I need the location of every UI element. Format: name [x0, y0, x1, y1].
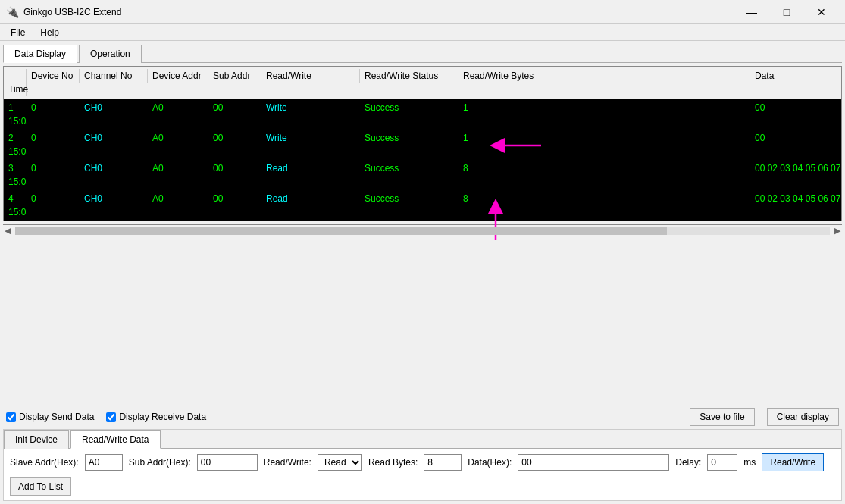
bottom-bar: Display Send Data Display Receive Data S…: [3, 405, 842, 429]
col-channel-no: Channel No: [80, 69, 148, 83]
cell-status-3: Success: [360, 161, 458, 175]
display-receive-checkbox[interactable]: [106, 412, 116, 422]
col-time: Time: [4, 83, 27, 96]
add-to-list-button[interactable]: Add To List: [10, 477, 71, 496]
form-content: Slave Addr(Hex): Sub Addr(Hex): Read/Wri…: [4, 449, 841, 500]
table-body: 1 0 CH0 A0 00 Write Success 1 00 15:05:4…: [4, 99, 841, 221]
cell-bytes-2: 1: [458, 131, 750, 145]
bottom-section: Init Device Read/Write Data Slave Addr(H…: [3, 429, 842, 501]
table-header: Device No Channel No Device Addr Sub Add…: [4, 67, 841, 99]
display-send-checkbox-label[interactable]: Display Send Data: [6, 412, 94, 422]
main-content: Data Display Operation Device No Channel…: [0, 41, 845, 504]
clear-display-button[interactable]: Clear display: [767, 408, 839, 426]
cell-channel-no-1: CH0: [80, 101, 148, 114]
col-num: [4, 69, 27, 83]
read-write-button[interactable]: Read/Write: [762, 453, 824, 471]
cell-device-addr-4: A0: [148, 192, 208, 205]
cell-bytes-3: 8: [458, 161, 750, 175]
col-rw-bytes: Read/Write Bytes: [458, 69, 750, 83]
close-button[interactable]: ✕: [804, 0, 839, 24]
cell-data-2: 00: [750, 131, 841, 145]
cell-time-1: 15:05:46:300: [4, 114, 27, 128]
cell-sub-addr-2: 00: [208, 131, 261, 145]
col-rw: Read/Write: [261, 69, 360, 83]
table-row: 2 0 CH0 A0 00 Write Success 1 00 15:05:4…: [4, 130, 841, 160]
data-hex-label: Data(Hex):: [468, 457, 512, 468]
cell-num-2: 2: [4, 131, 27, 145]
titlebar: 🔌 Ginkgo USB-I2C Extend — □ ✕: [0, 0, 845, 24]
cell-device-no-1: 0: [27, 101, 80, 114]
tab-operation[interactable]: Operation: [79, 45, 142, 63]
cell-time-3: 15:05:49:093: [4, 175, 27, 189]
rw-select[interactable]: Read Write: [318, 454, 362, 471]
cell-device-no-4: 0: [27, 192, 80, 205]
tab-data-display[interactable]: Data Display: [3, 45, 77, 63]
cell-num-3: 3: [4, 161, 27, 175]
cell-data-3: 00 02 03 04 05 06 07 08: [750, 161, 841, 175]
cell-num-1: 1: [4, 101, 27, 114]
delay-label: Delay:: [675, 457, 701, 468]
minimize-button[interactable]: —: [734, 0, 769, 24]
ms-label: ms: [743, 457, 756, 468]
cell-rw-3: Read: [261, 161, 360, 175]
menu-file[interactable]: File: [3, 26, 33, 39]
delay-input[interactable]: [707, 454, 737, 471]
tab-init-device[interactable]: Init Device: [4, 430, 69, 449]
menubar: File Help: [0, 24, 845, 41]
rw-label: Read/Write:: [264, 457, 311, 468]
cell-sub-addr-4: 00: [208, 192, 261, 205]
maximize-button[interactable]: □: [769, 0, 804, 24]
read-bytes-label: Read Bytes:: [368, 457, 418, 468]
cell-data-4: 00 02 03 04 05 06 07 08: [750, 192, 841, 205]
col-device-no: Device No: [27, 69, 80, 83]
cell-device-addr-3: A0: [148, 161, 208, 175]
app-icon: 🔌: [6, 6, 19, 18]
cell-channel-no-2: CH0: [80, 131, 148, 145]
main-tab-bar: Data Display Operation: [3, 44, 842, 63]
cell-channel-no-3: CH0: [80, 161, 148, 175]
menu-help[interactable]: Help: [33, 26, 67, 39]
sub-addr-input[interactable]: [197, 454, 258, 471]
cell-device-no-2: 0: [27, 131, 80, 145]
table-row: 4 0 CH0 A0 00 Read Success 8 00 02 03 04…: [4, 190, 841, 221]
cell-num-4: 4: [4, 192, 27, 205]
cell-time-2: 15:05:46:747: [4, 145, 27, 158]
cell-rw-2: Write: [261, 131, 360, 145]
cell-channel-no-4: CH0: [80, 192, 148, 205]
cell-status-1: Success: [360, 101, 458, 114]
window-title: Ginkgo USB-I2C Extend: [23, 7, 734, 17]
cell-device-addr-2: A0: [148, 131, 208, 145]
cell-device-no-3: 0: [27, 161, 80, 175]
cell-bytes-4: 8: [458, 192, 750, 205]
tab-read-write-data[interactable]: Read/Write Data: [70, 430, 160, 449]
window-controls: — □ ✕: [734, 0, 839, 24]
sub-addr-label: Sub Addr(Hex):: [129, 457, 191, 468]
cell-rw-4: Read: [261, 192, 360, 205]
slave-addr-input[interactable]: [85, 454, 123, 471]
horizontal-scrollbar[interactable]: ◀ ▶: [3, 224, 842, 236]
display-send-label: Display Send Data: [19, 412, 94, 422]
col-data: Data: [750, 69, 842, 83]
scrollbar-track[interactable]: [15, 227, 830, 235]
table-row: 3 0 CH0 A0 00 Read Success 8 00 02 03 04…: [4, 160, 841, 190]
display-receive-checkbox-label[interactable]: Display Receive Data: [106, 412, 206, 422]
table-row: 1 0 CH0 A0 00 Write Success 1 00 15:05:4…: [4, 99, 841, 130]
cell-status-4: Success: [360, 192, 458, 205]
data-hex-input[interactable]: [518, 454, 669, 471]
col-device-addr: Device Addr: [148, 69, 208, 83]
save-to-file-button[interactable]: Save to file: [690, 408, 754, 426]
bottom-tab-bar: Init Device Read/Write Data: [4, 430, 841, 449]
col-rw-status: Read/Write Status: [360, 69, 458, 83]
cell-rw-1: Write: [261, 101, 360, 114]
cell-data-1: 00: [750, 101, 841, 114]
col-sub-addr: Sub Addr: [208, 69, 261, 83]
cell-sub-addr-3: 00: [208, 161, 261, 175]
display-receive-label: Display Receive Data: [119, 412, 206, 422]
data-display-panel: Device No Channel No Device Addr Sub Add…: [3, 66, 842, 221]
display-send-checkbox[interactable]: [6, 412, 16, 422]
read-bytes-input[interactable]: [424, 454, 462, 471]
slave-addr-label: Slave Addr(Hex):: [10, 457, 79, 468]
cell-bytes-1: 1: [458, 101, 750, 114]
cell-time-4: 15:05:49:453: [4, 205, 27, 219]
cell-device-addr-1: A0: [148, 101, 208, 114]
